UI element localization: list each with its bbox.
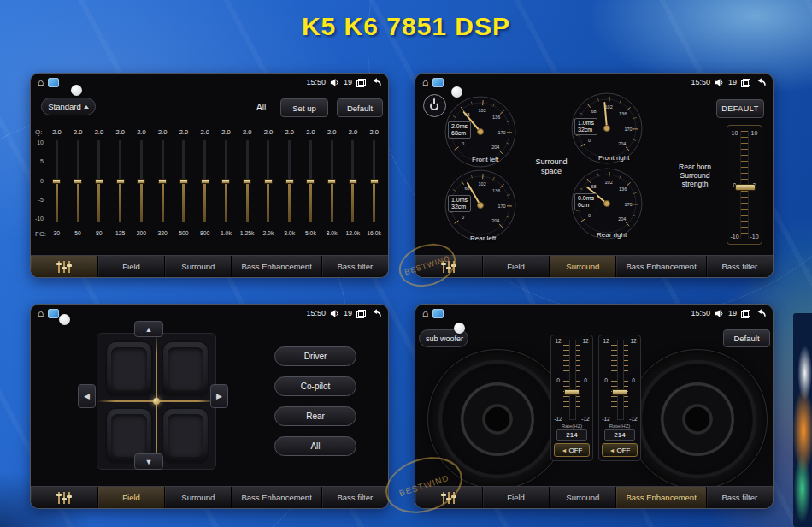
back-icon[interactable]	[370, 78, 381, 86]
floating-dot[interactable]	[71, 85, 82, 96]
tab-bass-filter[interactable]: Bass filter	[321, 256, 388, 277]
tab-equalizer[interactable]	[31, 256, 97, 277]
slider-handle[interactable]	[327, 179, 336, 184]
slider-handle[interactable]	[370, 179, 379, 184]
slider-handle[interactable]	[349, 179, 357, 184]
eq-band-slider[interactable]	[258, 140, 279, 222]
gallery-icon[interactable]	[432, 309, 444, 318]
slider-handle[interactable]	[137, 179, 145, 184]
setup-button[interactable]: Set up	[280, 98, 328, 117]
eq-band-slider[interactable]	[279, 140, 300, 222]
default-button[interactable]: Default	[723, 329, 770, 347]
slider-handle[interactable]	[116, 179, 125, 184]
eq-band-slider[interactable]	[89, 140, 110, 222]
slider-handle[interactable]	[306, 179, 315, 184]
eq-band-slider[interactable]	[321, 140, 343, 222]
tab-surround[interactable]: Surround	[164, 487, 231, 508]
tab-bass-filter[interactable]: Bass filter	[321, 487, 388, 508]
eq-band-slider[interactable]	[194, 140, 215, 222]
home-icon[interactable]: ⌂	[422, 77, 428, 87]
field-mode-button[interactable]: Co-pilot	[274, 376, 356, 396]
slider-handle[interactable]	[264, 179, 273, 184]
slider-handle[interactable]	[285, 179, 294, 184]
slider-handle[interactable]	[201, 179, 209, 184]
tab-bass-enhancement[interactable]: Bass Enhancement	[231, 256, 321, 277]
slider-handle[interactable]	[52, 179, 61, 184]
eq-band-slider[interactable]	[237, 140, 258, 222]
off-button[interactable]: ◄ OFF	[602, 443, 638, 457]
eq-all-label[interactable]: All	[256, 103, 266, 112]
field-mode-button[interactable]: Rear	[274, 406, 356, 426]
bass-handle[interactable]	[564, 389, 580, 395]
field-mode-button[interactable]: Driver	[274, 346, 356, 366]
surround-screen: ⌂ 15:50 19 DEFAULT 03468102136170204 2.0…	[415, 73, 774, 278]
arrow-left-button[interactable]: ◀	[78, 384, 96, 408]
tab-equalizer[interactable]	[31, 487, 97, 508]
strength-slider[interactable]: 100-10 100-10	[727, 125, 762, 245]
power-button[interactable]	[423, 94, 446, 117]
recent-apps-icon[interactable]	[741, 310, 750, 317]
eq-band-slider[interactable]	[109, 140, 131, 222]
default-button[interactable]: Default	[337, 98, 383, 117]
gallery-icon[interactable]	[48, 309, 59, 318]
slider-handle[interactable]	[158, 179, 167, 184]
arrow-down-button[interactable]: ▼	[134, 453, 163, 470]
tab-equalizer[interactable]	[415, 256, 482, 277]
gallery-icon[interactable]	[432, 78, 444, 87]
tab-field[interactable]: Field	[482, 256, 549, 277]
eq-band-slider[interactable]	[215, 140, 237, 222]
eq-band-slider[interactable]	[300, 140, 321, 222]
default-button[interactable]: DEFAULT	[716, 99, 764, 118]
tab-surround[interactable]: Surround	[164, 256, 231, 277]
gallery-icon[interactable]	[48, 78, 59, 87]
back-icon[interactable]	[755, 78, 766, 86]
eq-band-slider[interactable]	[131, 140, 152, 222]
eq-band-slider[interactable]	[152, 140, 174, 222]
eq-band-slider[interactable]	[46, 140, 68, 222]
floating-dot[interactable]	[454, 323, 465, 334]
tab-bass-filter[interactable]: Bass filter	[706, 256, 773, 277]
slider-handle[interactable]	[179, 179, 188, 184]
eq-band-slider[interactable]	[363, 140, 385, 222]
tab-field[interactable]: Field	[97, 256, 164, 277]
bass-track[interactable]	[563, 340, 580, 420]
back-icon[interactable]	[370, 309, 381, 317]
balance-point[interactable]	[153, 398, 160, 405]
recent-apps-icon[interactable]	[356, 79, 366, 86]
tab-surround[interactable]: Surround	[549, 487, 615, 508]
eq-band-slider[interactable]	[174, 140, 195, 222]
field-mode-button[interactable]: All	[274, 436, 356, 456]
slider-handle[interactable]	[95, 179, 103, 184]
strength-handle[interactable]	[735, 184, 756, 191]
arrow-up-button[interactable]: ▲	[134, 321, 163, 337]
eq-preset-dropdown[interactable]: Standard	[41, 98, 96, 115]
home-icon[interactable]: ⌂	[38, 77, 44, 87]
home-icon[interactable]: ⌂	[38, 308, 44, 318]
bass-handle[interactable]	[612, 389, 627, 395]
tab-surround[interactable]: Surround	[549, 256, 615, 277]
floating-dot[interactable]	[451, 86, 462, 98]
recent-apps-icon[interactable]	[356, 310, 366, 317]
tab-field[interactable]: Field	[97, 487, 164, 508]
tab-field[interactable]: Field	[482, 487, 549, 508]
tab-bass-filter[interactable]: Bass filter	[706, 487, 773, 508]
tab-equalizer[interactable]	[415, 487, 482, 508]
recent-apps-icon[interactable]	[741, 79, 750, 86]
surround-gauge-rear-right[interactable]: 03468102136170204 0.0ms 0cm	[571, 168, 643, 240]
eq-band-slider[interactable]	[68, 140, 89, 222]
back-icon[interactable]	[755, 309, 766, 317]
tab-bass-enhancement[interactable]: Bass Enhancement	[615, 256, 705, 277]
slider-handle[interactable]	[243, 179, 251, 184]
slider-handle[interactable]	[221, 179, 230, 184]
tab-bass-enhancement[interactable]: Bass Enhancement	[615, 487, 705, 508]
tab-bass-enhancement[interactable]: Bass Enhancement	[231, 487, 321, 508]
off-button[interactable]: ◄ OFF	[554, 443, 590, 457]
floating-dot[interactable]	[59, 314, 70, 325]
surround-gauge-rear-left[interactable]: 03468102136170204 1.0ms 32cm	[444, 169, 516, 241]
slider-handle[interactable]	[74, 179, 82, 184]
slider-fill	[203, 181, 206, 222]
bass-track[interactable]	[611, 340, 628, 420]
home-icon[interactable]: ⌂	[422, 308, 428, 318]
arrow-right-button[interactable]: ▶	[210, 384, 228, 408]
eq-band-slider[interactable]	[343, 140, 364, 222]
